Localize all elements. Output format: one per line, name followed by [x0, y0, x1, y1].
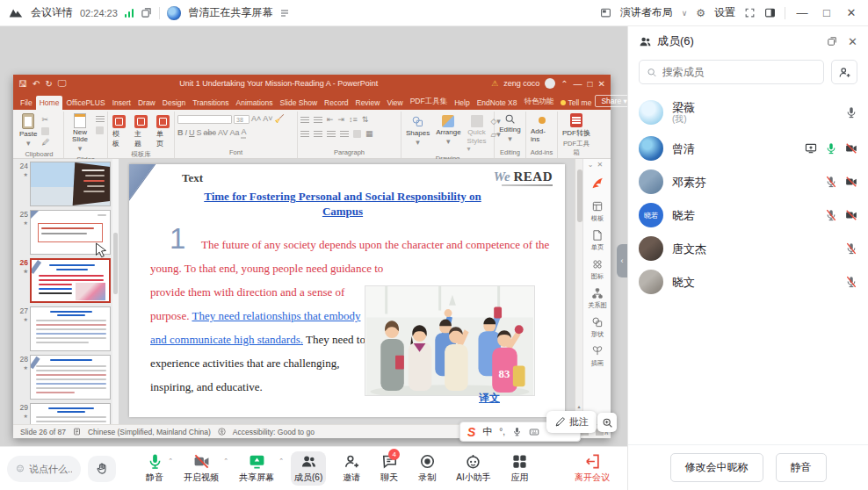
share-screen-button[interactable]: ⌃ 共享屏幕	[235, 451, 278, 486]
fullscreen-icon[interactable]	[744, 7, 756, 18]
ribbon-display-options-icon[interactable]: ⌃	[561, 79, 568, 89]
ai-assistant-button[interactable]: AI小助手	[452, 451, 494, 486]
settings-button[interactable]: 设置	[714, 5, 735, 20]
leave-meeting-button[interactable]: 离开会议	[575, 453, 620, 484]
member-row[interactable]: 唐文杰	[628, 232, 868, 265]
decrease-indent-icon[interactable]: ⇤	[327, 115, 334, 125]
tab-file[interactable]: File	[17, 96, 36, 110]
theme-button[interactable]: 主题	[133, 114, 149, 149]
undo-icon[interactable]: ↶	[33, 79, 40, 89]
mic-muted-icon[interactable]	[825, 176, 837, 188]
mic-muted-icon[interactable]	[845, 276, 857, 288]
thumbnail-slide-24[interactable]: 24★	[15, 162, 119, 206]
ppt-share-button[interactable]: Share ▾	[595, 95, 627, 107]
tab-design[interactable]: Design	[159, 96, 189, 110]
reset-slide-icon[interactable]	[96, 126, 104, 134]
islide-diagram-button[interactable]: 关系图	[587, 287, 608, 310]
align-center-icon[interactable]	[314, 131, 322, 138]
clear-format-icon[interactable]: 🧹	[275, 114, 285, 124]
chevron-icon[interactable]: ⌃	[223, 458, 228, 465]
tab-slideshow[interactable]: Slide Show	[277, 96, 322, 110]
annotate-button[interactable]: 批注	[546, 411, 597, 433]
close-panel-icon[interactable]: ✕	[848, 35, 857, 48]
close-button[interactable]: ✕	[843, 6, 859, 19]
popout-window-icon[interactable]	[141, 7, 152, 18]
tab-record[interactable]: Record	[321, 96, 351, 110]
panel-collapse-handle[interactable]: ‹	[617, 244, 627, 277]
tab-transitions[interactable]: Transitions	[189, 96, 232, 110]
minimize-button[interactable]: —	[794, 6, 810, 19]
ppt-minimize-button[interactable]: —	[574, 79, 582, 89]
camera-off-icon[interactable]	[845, 209, 857, 221]
shapes-button[interactable]: Shapes▾	[404, 114, 431, 148]
font-color-icon[interactable]: A	[241, 127, 246, 139]
save-icon[interactable]: 🖫	[18, 79, 27, 89]
addins-button[interactable]: Add-ins	[529, 126, 554, 144]
islide-single-page-button[interactable]: 单页	[590, 229, 604, 252]
italic-icon[interactable]: I	[185, 128, 188, 138]
font-name-box[interactable]	[177, 115, 232, 124]
member-row[interactable]: 邓素芬	[628, 165, 868, 198]
justify-icon[interactable]	[340, 131, 349, 138]
members-button[interactable]: 成员(6)	[291, 451, 326, 486]
tab-tellme[interactable]: Tell me	[557, 96, 595, 110]
shrink-font-icon[interactable]: A˅	[263, 114, 272, 124]
accessibility-status[interactable]: Accessibility: Good to go	[233, 428, 315, 436]
font-size-box[interactable]: 38	[234, 115, 250, 124]
mic-muted-icon[interactable]	[825, 209, 837, 221]
underline-icon[interactable]: U	[189, 128, 195, 138]
mute-member-button[interactable]: 静音	[776, 453, 827, 482]
layout-selector[interactable]: 演讲者布局	[620, 5, 673, 20]
zoom-in-button[interactable]	[597, 413, 617, 432]
share-control-menu-icon[interactable]	[279, 8, 290, 18]
tab-review[interactable]: Review	[352, 96, 384, 110]
thumbnail-scrollbar[interactable]	[112, 159, 119, 424]
ppt-close-button[interactable]: ✕	[598, 79, 605, 89]
islide-icons-button[interactable]: 图标	[590, 258, 604, 281]
slide-vertical-scrollbar[interactable]: ▴▾⚓	[575, 159, 582, 424]
raise-hand-button[interactable]	[88, 456, 116, 482]
member-row[interactable]: 曾清	[628, 132, 868, 165]
member-search-input[interactable]	[662, 66, 816, 78]
align-right-icon[interactable]	[327, 131, 336, 138]
character-spacing-icon[interactable]: AV	[218, 128, 228, 138]
ime-language-indicator[interactable]: 中	[482, 425, 492, 438]
tab-endnote[interactable]: EndNote X8	[474, 96, 521, 110]
translation-link[interactable]: 译文	[479, 391, 500, 406]
slide-layout-icon[interactable]	[96, 116, 105, 123]
tab-special-features[interactable]: 特色功能	[520, 94, 557, 110]
thumbnail-slide-28[interactable]: 28★	[15, 355, 119, 400]
thumbnail-slide-29[interactable]: 29★	[15, 403, 119, 424]
tab-help[interactable]: Help	[451, 96, 473, 110]
paste-button[interactable]: Paste▾	[18, 112, 39, 149]
tab-draw[interactable]: Draw	[134, 96, 159, 110]
align-left-icon[interactable]	[300, 131, 309, 138]
tab-view[interactable]: View	[383, 96, 406, 110]
tab-officeplus[interactable]: OfficePLUS	[62, 96, 108, 110]
pdf-convert-button[interactable]: PDF转换	[561, 112, 592, 139]
text-shadow-icon[interactable]: S	[197, 128, 202, 138]
member-row[interactable]: 梁薇(我)	[628, 93, 868, 132]
quick-message-box[interactable]	[7, 456, 81, 482]
close-icon[interactable]: ✕	[597, 161, 607, 169]
numbering-icon[interactable]	[314, 117, 322, 124]
quick-message-input[interactable]	[29, 464, 72, 474]
tab-insert[interactable]: Insert	[109, 96, 134, 110]
quick-styles-button[interactable]: QuickStyles ▾	[466, 114, 488, 154]
record-button[interactable]: 录制	[415, 451, 439, 486]
notes-page-icon[interactable]	[73, 428, 81, 436]
line-spacing-icon[interactable]: ↕≡	[349, 115, 358, 125]
smartart-convert-icon[interactable]: ▦	[365, 129, 373, 139]
bullets-icon[interactable]	[300, 117, 309, 124]
language-status[interactable]: Chinese (Simplified, Mainland China)	[88, 428, 211, 436]
grow-font-icon[interactable]: A˄	[251, 114, 261, 124]
chat-button[interactable]: 4 聊天	[377, 451, 401, 486]
apps-button[interactable]: 应用	[508, 451, 532, 486]
invite-button[interactable]: 邀请	[339, 451, 364, 486]
change-case-icon[interactable]: Aa	[229, 128, 239, 138]
format-painter-icon[interactable]: 🖉	[41, 138, 49, 148]
chevron-icon[interactable]: ⌃	[168, 458, 173, 465]
editing-button[interactable]: Editing▾	[497, 112, 522, 145]
slide-26-canvas[interactable]: Text We READ Time for Fostering Personal…	[129, 164, 565, 417]
template-button[interactable]: 模板	[111, 114, 127, 149]
